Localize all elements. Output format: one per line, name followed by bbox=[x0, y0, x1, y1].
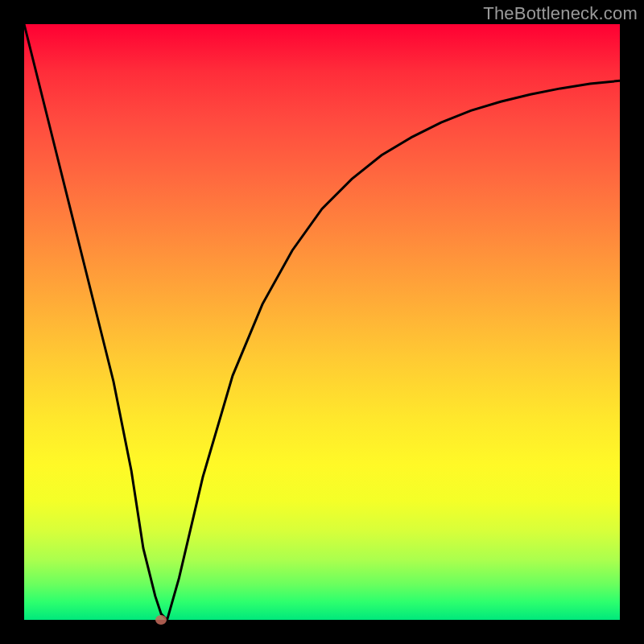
curve-svg bbox=[24, 24, 620, 620]
bottleneck-curve bbox=[24, 24, 620, 620]
plot-area bbox=[24, 24, 620, 620]
minimum-marker bbox=[155, 615, 167, 625]
watermark-text: TheBottleneck.com bbox=[483, 3, 638, 24]
chart-frame: TheBottleneck.com bbox=[0, 0, 644, 644]
